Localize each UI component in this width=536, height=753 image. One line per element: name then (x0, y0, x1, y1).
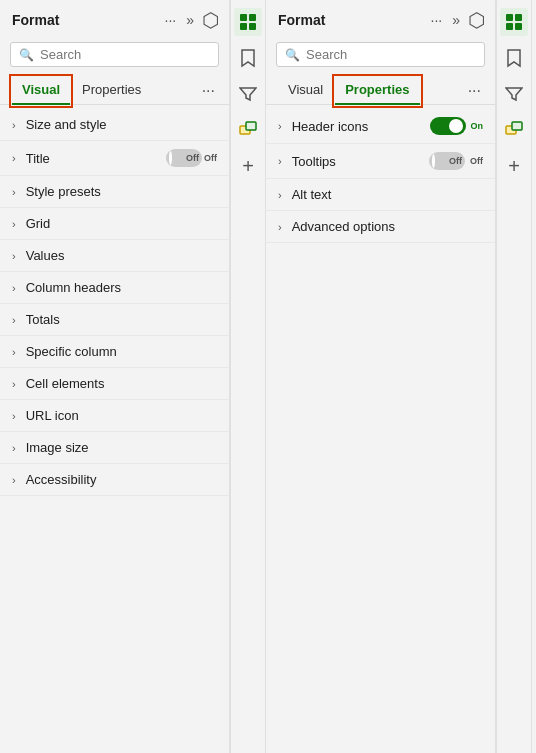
left-menu-list: › Size and style › Title Off › Style pre… (0, 105, 229, 753)
right-expand-icon[interactable]: » (450, 10, 462, 30)
right-menu-item-tooltips[interactable]: › Tooltips Off (266, 144, 495, 179)
chevron-icon: › (12, 314, 16, 326)
left-search-bar: 🔍 (10, 42, 219, 67)
svg-rect-2 (240, 23, 247, 30)
drillthrough-icon-right[interactable] (500, 116, 528, 144)
tooltips-toggle[interactable]: Off (429, 152, 483, 170)
right-tab-visual[interactable]: Visual (278, 77, 333, 105)
right-panel: Format ··· » ⬡ 🔍 Visual Properties ··· ›… (266, 0, 496, 753)
left-menu-item-title[interactable]: › Title Off (0, 141, 229, 176)
chevron-icon: › (12, 218, 16, 230)
chevron-icon: › (12, 442, 16, 454)
chevron-icon: › (12, 346, 16, 358)
left-search-input[interactable] (40, 47, 210, 62)
svg-rect-1 (249, 14, 256, 21)
left-menu-item-accessibility[interactable]: › Accessibility (0, 464, 229, 496)
left-menu-item-grid[interactable]: › Grid (0, 208, 229, 240)
left-panel-header: Format ··· » ⬡ (0, 0, 229, 38)
chevron-icon: › (12, 282, 16, 294)
format-visual-icon[interactable] (234, 8, 262, 36)
bookmark-icon[interactable] (234, 44, 262, 72)
chevron-icon: › (278, 189, 282, 201)
right-tab-properties[interactable]: Properties (335, 77, 419, 105)
chevron-icon: › (12, 378, 16, 390)
right-menu-list: › Header icons On › Tooltips Off › Alt (266, 105, 495, 753)
format-visual-icon-right[interactable] (500, 8, 528, 36)
right-tab-more-icon[interactable]: ··· (464, 82, 485, 100)
chevron-icon: › (12, 410, 16, 422)
right-search-icon: 🔍 (285, 48, 300, 62)
left-menu-item-column-headers[interactable]: › Column headers (0, 272, 229, 304)
chevron-icon: › (278, 221, 282, 233)
left-expand-icon[interactable]: » (184, 10, 196, 30)
left-ellipsis-icon[interactable]: ··· (163, 10, 179, 30)
drillthrough-icon[interactable] (234, 116, 262, 144)
left-menu-item-url-icon[interactable]: › URL icon (0, 400, 229, 432)
right-panel-header: Format ··· » ⬡ (266, 0, 495, 38)
left-menu-item-totals[interactable]: › Totals (0, 304, 229, 336)
left-cylinder-icon[interactable]: ⬡ (202, 8, 219, 32)
svg-rect-3 (249, 23, 256, 30)
title-toggle[interactable]: Off (166, 149, 217, 167)
svg-rect-11 (512, 122, 522, 130)
chevron-icon: › (12, 250, 16, 262)
header-icons-toggle-label: On (471, 121, 484, 131)
svg-rect-5 (246, 122, 256, 130)
left-panel-header-icons: ··· » ⬡ (163, 8, 219, 32)
add-icon-left[interactable]: + (234, 152, 262, 180)
title-toggle-label: Off (204, 153, 217, 163)
left-menu-item-specific-column[interactable]: › Specific column (0, 336, 229, 368)
chevron-icon: › (12, 119, 16, 131)
right-menu-item-header-icons[interactable]: › Header icons On (266, 109, 495, 144)
left-tab-properties[interactable]: Properties (72, 77, 151, 105)
header-icons-toggle[interactable]: On (430, 117, 484, 135)
left-menu-item-values[interactable]: › Values (0, 240, 229, 272)
left-panel-title: Format (12, 12, 59, 28)
right-menu-item-alt-text[interactable]: › Alt text (266, 179, 495, 211)
chevron-icon: › (12, 152, 16, 164)
left-side-icons: + (230, 0, 266, 753)
chevron-icon: › (12, 474, 16, 486)
right-panel-title: Format (278, 12, 325, 28)
left-tab-more-icon[interactable]: ··· (198, 82, 219, 100)
svg-rect-9 (515, 23, 522, 30)
right-ellipsis-icon[interactable]: ··· (429, 10, 445, 30)
left-menu-item-cell-elements[interactable]: › Cell elements (0, 368, 229, 400)
chevron-icon: › (278, 120, 282, 132)
left-menu-item-size-and-style[interactable]: › Size and style (0, 109, 229, 141)
chevron-icon: › (278, 155, 282, 167)
svg-rect-8 (506, 23, 513, 30)
left-tab-row: Visual Properties ··· (0, 73, 229, 105)
right-side-icons: + (496, 0, 532, 753)
add-icon-right[interactable]: + (500, 152, 528, 180)
right-tab-row: Visual Properties ··· (266, 73, 495, 105)
right-search-bar: 🔍 (276, 42, 485, 67)
svg-rect-6 (506, 14, 513, 21)
right-search-input[interactable] (306, 47, 476, 62)
tooltips-toggle-label: Off (470, 156, 483, 166)
right-cylinder-icon[interactable]: ⬡ (468, 8, 485, 32)
left-menu-item-style-presets[interactable]: › Style presets (0, 176, 229, 208)
right-panel-header-icons: ··· » ⬡ (429, 8, 485, 32)
bookmark-icon-right[interactable] (500, 44, 528, 72)
left-tab-visual[interactable]: Visual (12, 77, 70, 105)
filter-icon[interactable] (234, 80, 262, 108)
left-panel: Format ··· » ⬡ 🔍 Visual Properties ··· ›… (0, 0, 230, 753)
left-menu-item-image-size[interactable]: › Image size (0, 432, 229, 464)
chevron-icon: › (12, 186, 16, 198)
filter-icon-right[interactable] (500, 80, 528, 108)
svg-rect-7 (515, 14, 522, 21)
svg-rect-0 (240, 14, 247, 21)
right-menu-item-advanced-options[interactable]: › Advanced options (266, 211, 495, 243)
left-search-icon: 🔍 (19, 48, 34, 62)
